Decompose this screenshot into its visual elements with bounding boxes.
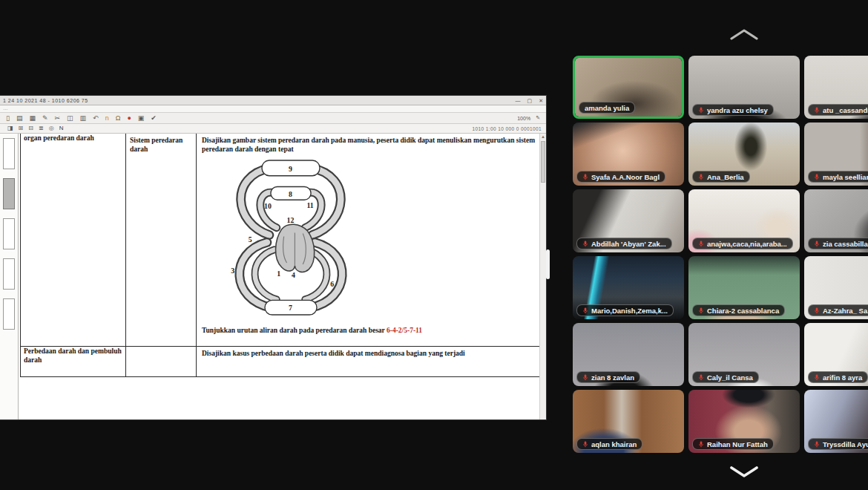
merge-icon[interactable]: ⊟ [28, 125, 33, 131]
diagram-number: 10 [264, 202, 272, 210]
diagram-number: 12 [287, 216, 295, 224]
diagram-number: 4 [292, 271, 295, 279]
question-text: Tunjukkan urutan aliran darah pada pered… [202, 327, 387, 334]
participant-name: zia cassabilla [823, 240, 868, 248]
thumbnail-panel [0, 134, 19, 419]
participant-tile[interactable]: Syafa A.A.Noor Bagl [573, 122, 684, 186]
record-icon[interactable]: ● [127, 115, 131, 122]
document-menubar[interactable]: ⋯ [0, 105, 546, 113]
symbol-icon[interactable]: Ω [116, 115, 121, 122]
cell-topic: organ peredaran darah [21, 134, 126, 346]
italic-icon[interactable]: n [105, 115, 109, 122]
participant-nameplate: amanda yulia [579, 102, 635, 114]
participant-tile[interactable]: Ana_Berlia [688, 122, 800, 186]
page-thumbnail[interactable] [3, 178, 15, 209]
open-icon[interactable]: ▤ [16, 115, 23, 122]
participant-tile[interactable]: Az-Zahra_ Sa... [804, 256, 868, 319]
scrollbar-thumb[interactable] [541, 141, 545, 183]
participant-name: yandra azu chelsy [707, 106, 768, 114]
participant-tile-active[interactable]: amanda yulia [573, 56, 684, 119]
chevron-down-icon[interactable] [729, 465, 759, 478]
document-scrollbar[interactable]: ▲ [539, 134, 546, 419]
undo-icon[interactable]: ↶ [93, 115, 99, 122]
cut-icon[interactable]: ✂ [55, 115, 61, 122]
muted-mic-icon [814, 307, 820, 315]
cell-indicator: Disajikan gambar sistem peredaran darah … [197, 134, 543, 346]
chevron-up-icon[interactable] [729, 28, 759, 42]
participant-nameplate: zia cassabilla [808, 238, 868, 249]
participant-nameplate: Chiara-2 cassablanca [692, 304, 785, 316]
participant-tile[interactable]: atu _cassandra [804, 56, 868, 119]
page-thumbnail[interactable] [3, 218, 15, 249]
participant-tile[interactable]: zian 8 zavlan [573, 323, 684, 386]
muted-mic-icon [698, 307, 704, 315]
cell-subtopic: Sistem peredaran darah [126, 134, 197, 346]
table-icon[interactable]: ▣ [138, 115, 145, 122]
participant-tile[interactable]: arifin 8 ayra [804, 323, 868, 386]
muted-mic-icon [582, 240, 588, 248]
copy-icon[interactable]: ◫ [67, 115, 73, 122]
muted-mic-icon [814, 240, 820, 248]
window-controls: —▢✕ [516, 98, 544, 103]
participant-nameplate: Raihan Nur Fattah [692, 438, 774, 450]
target-icon[interactable]: ◎ [49, 125, 54, 131]
styles-icon[interactable]: ◨ [7, 125, 13, 131]
pencil-icon[interactable]: ✎ [536, 115, 540, 121]
menu-overflow: ⋯ [3, 106, 7, 111]
participant-nameplate: yandra azu chelsy [692, 104, 774, 116]
new-icon[interactable]: ▯ [6, 115, 10, 122]
restore-button[interactable]: ▢ [527, 98, 533, 103]
meeting-screen: 1 24 10 2021 48 - 1010 6206 75 —▢✕ ⋯ ▯▤▦… [0, 0, 868, 490]
participant-grid: amanda yuliayandra azu chelsyatu _cassan… [573, 56, 868, 453]
participant-name: amanda yulia [585, 104, 629, 112]
page-thumbnail[interactable] [3, 298, 15, 330]
circulation-diagram: 9 8 10 11 12 5 3 1 4 [212, 156, 538, 324]
page-thumbnail[interactable] [3, 138, 15, 169]
participant-nameplate: Ana_Berlia [692, 171, 750, 183]
shared-document-window: 1 24 10 2021 48 - 1010 6206 75 —▢✕ ⋯ ▯▤▦… [0, 96, 546, 419]
participant-tile[interactable]: zia cassabilla [804, 189, 868, 252]
muted-mic-icon [582, 373, 588, 382]
minimize-button[interactable]: — [516, 98, 521, 103]
save-icon[interactable]: ▦ [29, 115, 36, 122]
participant-tile[interactable]: anajwa,caca,nia,araba... [688, 189, 800, 252]
muted-mic-icon [698, 440, 704, 448]
participant-nameplate: atu _cassandra [808, 104, 868, 116]
close-button[interactable]: ✕ [539, 98, 543, 103]
document-title: 1 24 10 2021 48 - 1010 6206 75 [3, 98, 88, 103]
muted-mic-icon [582, 307, 588, 315]
scroll-up-icon[interactable]: ▲ [540, 134, 546, 139]
diagram-number: 6 [330, 280, 334, 288]
document-page: organ peredaran darah Sistem peredaran d… [19, 134, 546, 419]
participant-tile[interactable]: aqlan khairan [573, 390, 684, 453]
cell-indicator: Disajikan kasus perbedaan darah peserta … [197, 347, 543, 376]
participant-tile[interactable]: mayla seelliana [804, 122, 868, 186]
page-thumbnail[interactable] [3, 258, 15, 290]
document-format-bar: ◨⊞⊟≣◎N 1010 1:00 10 000 0 0001001 [0, 124, 546, 134]
question-answer: 6-4-2/5-7-11 [387, 327, 422, 334]
participant-name: Tryssdilla Ayu... [823, 440, 868, 448]
participant-tile[interactable]: Abdillah 'Abyan' Zak... [573, 189, 684, 252]
participant-tile[interactable]: Tryssdilla Ayu... [804, 390, 868, 453]
participant-name: Syafa A.A.Noor Bagl [591, 173, 660, 181]
panel-resize-grip[interactable] [546, 249, 550, 279]
zoom-level[interactable]: 100% [517, 116, 530, 121]
muted-mic-icon [698, 240, 704, 248]
check-icon[interactable]: ✔ [151, 115, 157, 122]
participant-tile[interactable]: Raihan Nur Fattah [688, 390, 800, 453]
grid-icon[interactable]: ⊞ [19, 125, 24, 131]
participant-tile[interactable]: Caly_il Cansa [688, 323, 800, 386]
participant-tile[interactable]: Chiara-2 cassablanca [688, 256, 800, 319]
document-toolbar: ▯▤▦✎✂◫▥↶nΩ●▣✔ 100% ✎ [0, 113, 546, 124]
lines-icon[interactable]: ≣ [39, 125, 44, 131]
indicator-text: Disajikan gambar sistem peredaran darah … [202, 137, 538, 154]
muted-mic-icon [582, 440, 588, 448]
participant-tile[interactable]: Mario,Danish,Zema,k... [573, 256, 684, 319]
toolbar2-icons: ◨⊞⊟≣◎N [7, 125, 63, 131]
edit-icon[interactable]: ✎ [42, 115, 48, 122]
muted-mic-icon [698, 373, 704, 382]
paste-icon[interactable]: ▥ [80, 115, 87, 122]
participant-tile[interactable]: yandra azu chelsy [688, 56, 800, 119]
document-table: organ peredaran darah Sistem peredaran d… [20, 134, 544, 377]
font-icon[interactable]: N [59, 125, 64, 131]
